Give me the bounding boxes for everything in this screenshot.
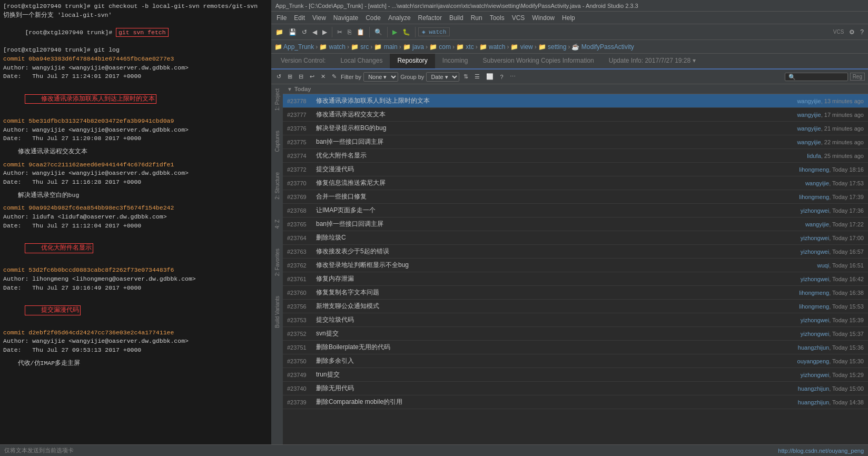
breadcrumb-main[interactable]: 📁 main <box>374 43 397 51</box>
tab-update-info[interactable]: Update Info: 2017/7/27 19:28 ▾ <box>601 54 703 70</box>
filter-expand-icon[interactable]: ⊞ <box>285 73 294 81</box>
commit-author: lihongmeng, Today 16:38 <box>758 290 864 296</box>
side-tab-captures[interactable]: Captures <box>273 128 281 154</box>
menu-vcs[interactable]: VCS <box>509 13 528 23</box>
side-tab-build-variants[interactable]: Build Variants <box>273 294 281 330</box>
commit-row[interactable]: #23772提交漫漫代码lihongmeng, Today 18:16 <box>283 163 868 176</box>
tab-svn-info[interactable]: Subversion Working Copies Information <box>476 54 601 70</box>
toolbar-settings-icon[interactable]: ⚙ <box>847 27 857 37</box>
toolbar-debug-icon[interactable]: 🐛 <box>400 27 412 37</box>
commit-row[interactable]: #23774优化大附件名显示lidufa, 25 minutes ago <box>283 149 868 163</box>
term-line-1: [root@xtgl207940 trunk]# git checkout -b… <box>3 2 268 11</box>
filter-reg-button[interactable]: Reg <box>850 73 865 81</box>
group-by-dropdown[interactable]: Date ▾ <box>426 72 459 82</box>
menu-view[interactable]: View <box>309 13 329 23</box>
breadcrumb-xtc[interactable]: 📁 xtc <box>456 43 474 51</box>
side-tab-z[interactable]: 4: Z <box>273 217 281 231</box>
commit-row[interactable]: #23740删除无用代码huangzhijun, Today 15:00 <box>283 382 868 395</box>
toolbar-watch-label[interactable]: ◈ watch <box>418 27 450 36</box>
breadcrumb-java[interactable]: 📁 java <box>403 43 424 51</box>
filter-refresh-icon[interactable]: ↺ <box>274 73 283 81</box>
filter-sort-asc-icon[interactable]: ⇅ <box>461 73 470 81</box>
commit-row[interactable]: #23777修改通讯录远程交友文本wangyijie, 17 minutes a… <box>283 108 868 122</box>
commit-row[interactable]: #23750删除多余引入ouyangpeng, Today 15:30 <box>283 354 868 368</box>
terminal-panel[interactable]: [root@xtgl207940 trunk]# git checkout -b… <box>0 0 271 456</box>
toolbar-folder-icon[interactable]: 📁 <box>273 27 285 37</box>
commit-author: yizhongwei, Today 15:37 <box>758 331 864 337</box>
tab-version-control[interactable]: Version Control: <box>273 54 333 70</box>
menu-help[interactable]: Help <box>559 13 578 23</box>
tab-local-changes[interactable]: Local Changes <box>333 54 390 70</box>
term-date-1: Date: Thu Jul 27 11:24:01 2017 +0000 <box>3 72 268 81</box>
toolbar-run-icon[interactable]: ▶ <box>390 27 399 37</box>
toolbar-back-icon[interactable]: ◀ <box>310 27 319 37</box>
toolbar-search-icon[interactable]: 🔍 <box>372 27 384 37</box>
side-tab-structure[interactable]: 2: Structure <box>273 170 281 202</box>
tab-repository[interactable]: Repository <box>390 54 435 70</box>
commit-row[interactable]: #23770修复信息流推送索尼大屏wangyijie, Today 17:53 <box>283 176 868 190</box>
commit-row[interactable]: #23775ban掉一些接口回调主屏wangyijie, 22 minutes … <box>283 135 868 149</box>
filter-close-icon[interactable]: ✕ <box>319 73 328 81</box>
filter-collapse-icon[interactable]: ⊟ <box>297 73 305 81</box>
commit-message: 修改接发表少于5起的错误 <box>316 247 758 256</box>
filter-more-icon[interactable]: ⋯ <box>508 73 518 81</box>
toolbar-paste-icon[interactable]: 📋 <box>354 27 367 37</box>
toolbar-sync-icon[interactable]: ↺ <box>300 27 309 37</box>
commit-row[interactable]: #23763修改接发表少于5起的错误yizhongwei, Today 16:5… <box>283 245 868 259</box>
breadcrumb-modify-pass[interactable]: ☕ ModifyPassActivity <box>571 43 634 51</box>
toolbar-help-icon[interactable]: ? <box>858 27 866 37</box>
menu-refactor[interactable]: Refactor <box>415 13 445 23</box>
filter-search-input[interactable] <box>785 73 848 81</box>
commit-row[interactable]: #23768让IMAP页面多走一个yizhongwei, Today 17:36 <box>283 204 868 217</box>
filter-fullscreen-icon[interactable]: ⬜ <box>484 73 496 81</box>
menu-navigate[interactable]: Navigate <box>330 13 361 23</box>
commit-row[interactable]: #23749trun提交yizhongwei, Today 15:29 <box>283 368 868 382</box>
breadcrumb-src[interactable]: 📁 src <box>351 43 369 51</box>
commit-author: wangyijie, 22 minutes ago <box>758 139 864 145</box>
filter-by-dropdown[interactable]: None ▾ <box>363 72 398 82</box>
commit-row[interactable]: #23752svn提交yizhongwei, Today 15:37 <box>283 327 868 341</box>
commit-row[interactable]: #23764删除垃圾Cyizhongwei, Today 17:00 <box>283 231 868 245</box>
menu-code[interactable]: Code <box>362 13 384 23</box>
breadcrumb-com[interactable]: 📁 com <box>429 43 451 51</box>
toolbar-vcs-icon[interactable]: VCS <box>831 28 846 36</box>
menu-run[interactable]: Run <box>468 13 486 23</box>
breadcrumb-watch2[interactable]: 📁 watch <box>479 43 506 51</box>
commit-author: wangyijie, Today 17:53 <box>758 180 864 186</box>
filter-edit-icon[interactable]: ✎ <box>330 73 339 81</box>
menu-analyze[interactable]: Analyze <box>385 13 414 23</box>
menu-file[interactable]: File <box>273 13 290 23</box>
tab-incoming[interactable]: Incoming <box>435 54 476 70</box>
menu-window[interactable]: Window <box>529 13 558 23</box>
commit-row[interactable]: #23769合并一些接口修复lihongmeng, Today 17:39 <box>283 190 868 204</box>
commit-row[interactable]: #23760修复复制名字文本问题lihongmeng, Today 16:38 <box>283 286 868 300</box>
breadcrumb-watch[interactable]: 📁 watch <box>319 43 346 51</box>
commit-row[interactable]: #23751删除Boilerplate无用的代码huangzhijun, Tod… <box>283 341 868 354</box>
filter-undo-icon[interactable]: ↩ <box>308 73 317 81</box>
filter-help-icon[interactable]: ? <box>498 73 505 81</box>
commit-row[interactable]: #23762修改登录地址判断框显示不全bugwuqi, Today 16:51 <box>283 259 868 272</box>
author-name: wangyijie <box>805 221 829 227</box>
commit-row[interactable]: #23756新增支聊公众通知模式lihongmeng, Today 15:53 <box>283 300 868 313</box>
term-author-2: Author: wangyijie <wangyijie@oaserver.dw… <box>3 126 268 135</box>
side-tab-favorites[interactable]: 2: Favorites <box>273 246 281 278</box>
commit-row[interactable]: #23776解决登录提示框BG的bugwangyijie, 21 minutes… <box>283 122 868 135</box>
breadcrumb-app-trunk[interactable]: App_Trunk <box>283 43 314 51</box>
commit-message: 提交垃圾代码 <box>316 315 758 324</box>
commit-row[interactable]: #23761修复内存泄漏yizhongwei, Today 16:42 <box>283 272 868 286</box>
side-tab-project[interactable]: 1: Project <box>273 86 281 113</box>
menu-tools[interactable]: Tools <box>487 13 508 23</box>
menu-build[interactable]: Build <box>446 13 467 23</box>
toolbar-forward-icon[interactable]: ▶ <box>320 27 329 37</box>
commit-row[interactable]: #23778修改通讯录添加联系人到达上限时的文本wangyijie, 13 mi… <box>283 94 868 108</box>
breadcrumb-setting[interactable]: 📁 setting <box>538 43 567 51</box>
filter-columns-icon[interactable]: ☰ <box>472 73 482 81</box>
commit-row[interactable]: #23765ban掉一些接口回调主屏wangyijie, Today 17:22 <box>283 217 868 231</box>
toolbar-save-icon[interactable]: 💾 <box>287 27 299 37</box>
toolbar-copy-icon[interactable]: ⎘ <box>346 27 353 37</box>
commit-row[interactable]: #23753提交垃圾代码yizhongwei, Today 15:39 <box>283 313 868 327</box>
toolbar-cut-icon[interactable]: ✂ <box>335 27 344 37</box>
commit-row[interactable]: #23739删除Comparable mobile的引用huangzhijun,… <box>283 395 868 409</box>
breadcrumb-view[interactable]: 📁 view <box>510 43 532 51</box>
menu-edit[interactable]: Edit <box>291 13 308 23</box>
